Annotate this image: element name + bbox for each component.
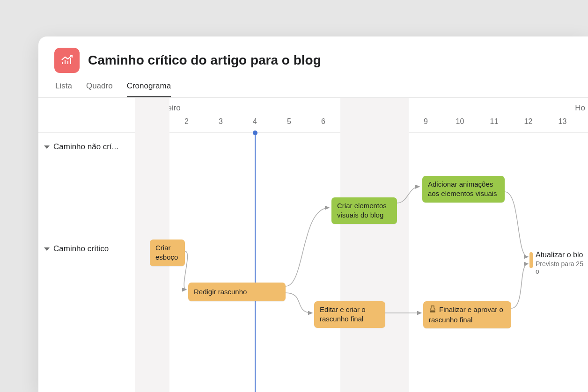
project-title: Caminho crítico do artigo para o blog bbox=[88, 53, 321, 68]
tab-list[interactable]: Lista bbox=[55, 81, 72, 97]
weekend-shade bbox=[340, 98, 409, 392]
task-criar-esboco[interactable]: Criar esboço bbox=[150, 240, 185, 266]
task-label: Redigir rascunho bbox=[194, 288, 247, 296]
milestone-bar[interactable] bbox=[529, 252, 533, 268]
task-label: Finalizar e aprovar o rascunho final bbox=[429, 305, 503, 324]
milestone-subtitle: Previsto para 25 o bbox=[536, 260, 588, 275]
tab-board[interactable]: Quadro bbox=[86, 81, 113, 97]
project-chart-icon[interactable] bbox=[54, 48, 80, 73]
section-non-critical[interactable]: Caminho não crí... bbox=[44, 142, 118, 152]
section-label: Caminho crítico bbox=[53, 244, 109, 254]
chevron-down-icon bbox=[44, 247, 50, 251]
task-label: Criar esboço bbox=[155, 244, 178, 261]
today-line bbox=[255, 133, 256, 392]
task-label: Editar e criar o rascunho final bbox=[320, 305, 366, 323]
approval-stamp-icon bbox=[429, 305, 436, 315]
task-connectors bbox=[38, 133, 588, 392]
timeline-header: Fevereiro Ho 1 2 3 4 5 6 7 8 9 10 11 12 … bbox=[38, 98, 588, 133]
section-label: Caminho não crí... bbox=[53, 142, 118, 152]
task-finalizar-rascunho[interactable]: Finalizar e aprovar o rascunho final bbox=[423, 301, 511, 328]
task-redigir-rascunho[interactable]: Redigir rascunho bbox=[188, 283, 286, 301]
day-13: 13 bbox=[545, 117, 580, 126]
header: Caminho crítico do artigo para o blog Li… bbox=[38, 36, 588, 97]
task-label: Criar elementos visuais do blog bbox=[337, 202, 387, 219]
tabs: Lista Quadro Cronograma bbox=[54, 81, 572, 97]
day-numbers: 1 2 3 4 5 6 7 8 9 10 11 12 13 bbox=[38, 117, 588, 131]
day-4: 4 bbox=[238, 117, 272, 126]
milestone-atualizar-blog[interactable]: Atualizar o blo Previsto para 25 o bbox=[536, 251, 588, 275]
day-9: 9 bbox=[409, 117, 443, 126]
day-6: 6 bbox=[306, 117, 340, 126]
day-5: 5 bbox=[272, 117, 306, 126]
timeline-body[interactable]: Caminho não crí... Caminho crítico bbox=[38, 133, 588, 392]
task-editar-rascunho[interactable]: Editar e criar o rascunho final bbox=[314, 301, 385, 328]
section-critical[interactable]: Caminho crítico bbox=[44, 244, 109, 254]
tab-timeline[interactable]: Cronograma bbox=[127, 81, 171, 97]
chart-trend-icon bbox=[60, 53, 74, 67]
task-criar-elementos[interactable]: Criar elementos visuais do blog bbox=[331, 197, 397, 224]
today-dot-icon bbox=[253, 131, 257, 135]
day-10: 10 bbox=[443, 117, 477, 126]
today-label[interactable]: Ho bbox=[575, 103, 588, 113]
day-12: 12 bbox=[511, 117, 545, 126]
title-row: Caminho crítico do artigo para o blog bbox=[54, 48, 572, 73]
day-3: 3 bbox=[204, 117, 238, 126]
day-2: 2 bbox=[169, 117, 204, 126]
task-adicionar-animacoes[interactable]: Adicionar animações aos elementos visuai… bbox=[422, 176, 505, 203]
app-window: Caminho crítico do artigo para o blog Li… bbox=[38, 36, 588, 392]
task-label: Adicionar animações aos elementos visuai… bbox=[428, 180, 497, 197]
chevron-down-icon bbox=[44, 145, 50, 149]
milestone-title: Atualizar o blo bbox=[536, 251, 588, 259]
day-11: 11 bbox=[477, 117, 511, 126]
